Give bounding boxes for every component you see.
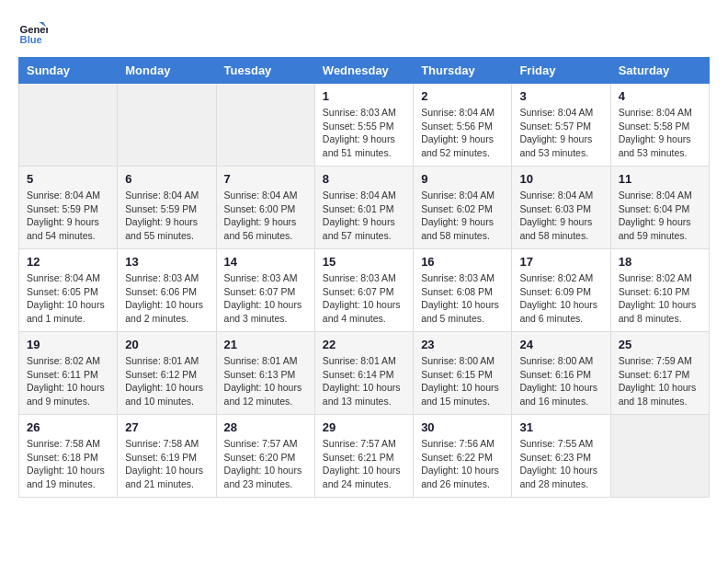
day-cell: 28Sunrise: 7:57 AMSunset: 6:20 PMDayligh… (216, 415, 314, 498)
day-cell: 20Sunrise: 8:01 AMSunset: 6:12 PMDayligh… (118, 332, 216, 415)
logo: General Blue (18, 18, 51, 48)
day-cell: 3Sunrise: 8:04 AMSunset: 5:57 PMDaylight… (512, 84, 610, 167)
weekday-header-wednesday: Wednesday (314, 58, 413, 84)
day-number: 12 (27, 255, 109, 269)
week-row-1: 1Sunrise: 8:03 AMSunset: 5:55 PMDaylight… (19, 84, 710, 167)
day-info: Sunrise: 8:01 AMSunset: 6:13 PMDaylight:… (224, 354, 307, 408)
day-cell: 26Sunrise: 7:58 AMSunset: 6:18 PMDayligh… (19, 415, 118, 498)
day-cell: 23Sunrise: 8:00 AMSunset: 6:15 PMDayligh… (414, 332, 512, 415)
day-number: 3 (519, 89, 602, 103)
day-cell: 14Sunrise: 8:03 AMSunset: 6:07 PMDayligh… (216, 249, 314, 332)
day-info: Sunrise: 8:02 AMSunset: 6:11 PMDaylight:… (27, 354, 109, 408)
day-info: Sunrise: 8:04 AMSunset: 6:03 PMDaylight:… (519, 189, 602, 243)
day-info: Sunrise: 7:56 AMSunset: 6:22 PMDaylight:… (421, 437, 504, 491)
day-number: 28 (224, 420, 307, 434)
week-row-4: 19Sunrise: 8:02 AMSunset: 6:11 PMDayligh… (19, 332, 710, 415)
day-cell: 17Sunrise: 8:02 AMSunset: 6:09 PMDayligh… (512, 249, 610, 332)
day-number: 9 (421, 172, 504, 186)
day-cell (118, 84, 216, 167)
weekday-header-row: SundayMondayTuesdayWednesdayThursdayFrid… (19, 58, 710, 84)
day-info: Sunrise: 8:03 AMSunset: 5:55 PMDaylight:… (323, 106, 405, 160)
day-number: 5 (27, 172, 109, 186)
day-cell: 6Sunrise: 8:04 AMSunset: 5:59 PMDaylight… (118, 167, 216, 249)
weekday-header-tuesday: Tuesday (216, 58, 314, 84)
svg-text:Blue: Blue (20, 34, 42, 45)
day-info: Sunrise: 8:03 AMSunset: 6:07 PMDaylight:… (323, 271, 405, 326)
day-info: Sunrise: 8:04 AMSunset: 5:56 PMDaylight:… (421, 106, 504, 160)
day-number: 18 (619, 255, 701, 269)
day-number: 29 (323, 420, 405, 434)
day-number: 10 (519, 172, 602, 186)
weekday-header-friday: Friday (512, 58, 610, 84)
day-cell (19, 84, 118, 167)
day-cell: 4Sunrise: 8:04 AMSunset: 5:58 PMDaylight… (610, 84, 709, 167)
week-row-3: 12Sunrise: 8:04 AMSunset: 6:05 PMDayligh… (19, 249, 710, 332)
day-cell: 25Sunrise: 7:59 AMSunset: 6:17 PMDayligh… (610, 332, 709, 415)
day-number: 23 (421, 338, 504, 351)
day-info: Sunrise: 8:04 AMSunset: 5:58 PMDaylight:… (619, 106, 701, 160)
weekday-header-sunday: Sunday (19, 58, 118, 84)
day-cell: 18Sunrise: 8:02 AMSunset: 6:10 PMDayligh… (610, 249, 709, 332)
day-cell: 30Sunrise: 7:56 AMSunset: 6:22 PMDayligh… (414, 415, 512, 498)
day-cell: 5Sunrise: 8:04 AMSunset: 5:59 PMDaylight… (19, 167, 118, 249)
day-info: Sunrise: 7:59 AMSunset: 6:17 PMDaylight:… (619, 354, 701, 408)
day-cell: 29Sunrise: 7:57 AMSunset: 6:21 PMDayligh… (314, 415, 413, 498)
day-info: Sunrise: 8:04 AMSunset: 5:59 PMDaylight:… (125, 189, 208, 243)
day-info: Sunrise: 8:04 AMSunset: 5:57 PMDaylight:… (519, 106, 602, 160)
day-number: 6 (125, 172, 208, 186)
page-header: General Blue (18, 18, 710, 48)
weekday-header-monday: Monday (118, 58, 216, 84)
day-cell: 12Sunrise: 8:04 AMSunset: 6:05 PMDayligh… (19, 249, 118, 332)
day-number: 26 (27, 420, 109, 434)
day-info: Sunrise: 8:04 AMSunset: 6:04 PMDaylight:… (619, 189, 701, 243)
day-number: 7 (224, 172, 307, 186)
day-info: Sunrise: 8:03 AMSunset: 6:08 PMDaylight:… (421, 271, 504, 326)
day-cell: 19Sunrise: 8:02 AMSunset: 6:11 PMDayligh… (19, 332, 118, 415)
day-number: 15 (323, 255, 405, 269)
day-info: Sunrise: 8:04 AMSunset: 6:02 PMDaylight:… (421, 189, 504, 243)
day-cell: 22Sunrise: 8:01 AMSunset: 6:14 PMDayligh… (314, 332, 413, 415)
day-number: 1 (323, 89, 405, 103)
day-info: Sunrise: 8:02 AMSunset: 6:09 PMDaylight:… (519, 271, 602, 326)
day-cell: 24Sunrise: 8:00 AMSunset: 6:16 PMDayligh… (512, 332, 610, 415)
day-info: Sunrise: 8:02 AMSunset: 6:10 PMDaylight:… (619, 271, 701, 326)
day-cell: 27Sunrise: 7:58 AMSunset: 6:19 PMDayligh… (118, 415, 216, 498)
weekday-header-thursday: Thursday (414, 58, 512, 84)
day-number: 2 (421, 89, 504, 103)
weekday-header-saturday: Saturday (610, 58, 709, 84)
day-number: 31 (519, 420, 602, 434)
day-info: Sunrise: 8:04 AMSunset: 5:59 PMDaylight:… (27, 189, 109, 243)
day-number: 30 (421, 420, 504, 434)
day-info: Sunrise: 8:00 AMSunset: 6:15 PMDaylight:… (421, 354, 504, 408)
day-number: 13 (125, 255, 208, 269)
day-number: 22 (323, 338, 405, 351)
week-row-5: 26Sunrise: 7:58 AMSunset: 6:18 PMDayligh… (19, 415, 710, 498)
day-number: 24 (519, 338, 602, 351)
day-number: 17 (519, 255, 602, 269)
day-info: Sunrise: 7:55 AMSunset: 6:23 PMDaylight:… (519, 437, 602, 491)
day-number: 20 (125, 338, 208, 351)
day-number: 21 (224, 338, 307, 351)
day-info: Sunrise: 8:03 AMSunset: 6:06 PMDaylight:… (125, 271, 208, 326)
day-info: Sunrise: 8:01 AMSunset: 6:12 PMDaylight:… (125, 354, 208, 408)
day-number: 19 (27, 338, 109, 351)
day-number: 11 (619, 172, 701, 186)
day-cell (216, 84, 314, 167)
day-number: 4 (619, 89, 701, 103)
day-cell: 21Sunrise: 8:01 AMSunset: 6:13 PMDayligh… (216, 332, 314, 415)
day-info: Sunrise: 7:57 AMSunset: 6:21 PMDaylight:… (323, 437, 405, 491)
day-number: 8 (323, 172, 405, 186)
day-cell (610, 415, 709, 498)
day-cell: 10Sunrise: 8:04 AMSunset: 6:03 PMDayligh… (512, 167, 610, 249)
day-cell: 2Sunrise: 8:04 AMSunset: 5:56 PMDaylight… (414, 84, 512, 167)
day-number: 14 (224, 255, 307, 269)
calendar-table: SundayMondayTuesdayWednesdayThursdayFrid… (18, 57, 710, 498)
day-number: 27 (125, 420, 208, 434)
day-info: Sunrise: 8:03 AMSunset: 6:07 PMDaylight:… (224, 271, 307, 326)
day-cell: 16Sunrise: 8:03 AMSunset: 6:08 PMDayligh… (414, 249, 512, 332)
day-info: Sunrise: 7:58 AMSunset: 6:18 PMDaylight:… (27, 437, 109, 491)
day-info: Sunrise: 7:58 AMSunset: 6:19 PMDaylight:… (125, 437, 208, 491)
day-info: Sunrise: 7:57 AMSunset: 6:20 PMDaylight:… (224, 437, 307, 491)
day-info: Sunrise: 8:04 AMSunset: 6:00 PMDaylight:… (224, 189, 307, 243)
day-info: Sunrise: 8:04 AMSunset: 6:05 PMDaylight:… (27, 271, 109, 326)
